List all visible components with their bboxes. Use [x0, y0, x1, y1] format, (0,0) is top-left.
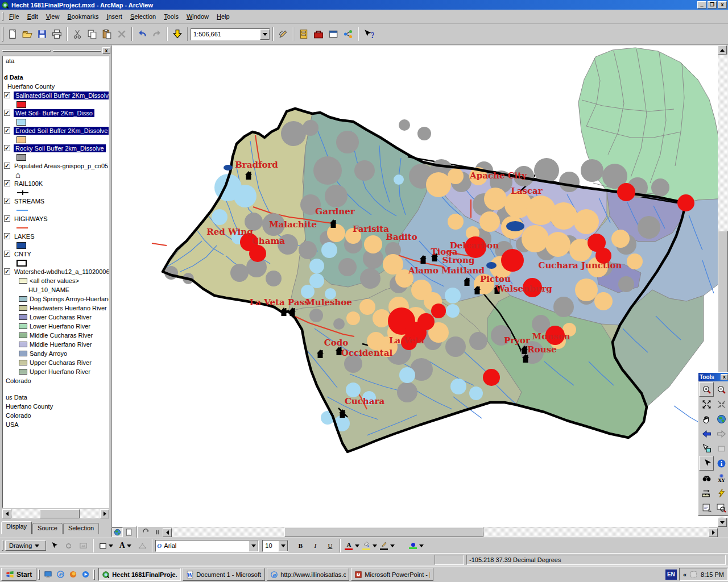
font-size-dropdown-icon[interactable]	[278, 541, 288, 551]
toc-text-row[interactable]	[3, 206, 109, 214]
toc-text-row[interactable]	[3, 259, 109, 267]
toc-text-row[interactable]	[3, 100, 109, 109]
toc-text-row[interactable]: ⌂	[3, 171, 109, 179]
open-button[interactable]	[20, 27, 35, 41]
identify-tool[interactable]: i	[714, 456, 728, 471]
layer-checkbox[interactable]: ✓	[4, 215, 10, 222]
menu-view[interactable]: View	[42, 11, 64, 22]
scroll-left-icon[interactable]	[163, 528, 172, 537]
layer-checkbox[interactable]: ✓	[4, 127, 10, 134]
task-button[interactable]: ehttp://www.illinoisatlas.co...	[267, 568, 349, 581]
toc-legend-row[interactable]: Sandy Arroyo	[3, 349, 109, 358]
map-scale-select[interactable]: 1:506,661	[191, 28, 270, 40]
go-back-tool[interactable]	[699, 426, 714, 441]
arccatalog-button[interactable]	[296, 27, 311, 41]
toc-close-icon[interactable]: x	[102, 47, 110, 54]
layer-checkbox[interactable]: ✓	[4, 198, 10, 204]
zoom-in-tool[interactable]	[699, 382, 714, 397]
zoom-out-tool[interactable]	[714, 382, 728, 397]
toc-legend-row[interactable]: Middle Huerfano River	[3, 340, 109, 349]
fill-color-button[interactable]	[361, 539, 378, 552]
map-canvas[interactable]: BradfordGardnerMalachiteFarisitaBaditoRe…	[111, 45, 718, 527]
edit-vertices-tool[interactable]	[135, 538, 150, 553]
zoom-to-selected-tool[interactable]	[76, 538, 90, 553]
measure-tool[interactable]	[699, 485, 714, 500]
font-color-button[interactable]: A	[343, 539, 361, 552]
toc-text-row[interactable]	[3, 188, 109, 197]
new-button[interactable]	[5, 27, 20, 41]
minimize-button[interactable]: _	[697, 1, 706, 9]
line-color-button[interactable]	[378, 539, 396, 552]
toc-layer-row[interactable]: ✓Wet Soil- Buffer 2Km_Disso	[3, 109, 109, 118]
quicklaunch-ie-icon[interactable]: e	[54, 568, 67, 581]
toc-legend-row[interactable]: Upper Cucharas River	[3, 358, 109, 367]
undo-button[interactable]	[135, 27, 150, 41]
rotate-tool[interactable]	[61, 538, 76, 553]
scroll-up-icon[interactable]	[718, 45, 727, 55]
layer-checkbox[interactable]: ✓	[4, 92, 10, 98]
tab-source[interactable]: Source	[32, 523, 63, 534]
editor-button[interactable]	[276, 27, 291, 41]
language-indicator[interactable]: EN	[665, 569, 677, 580]
toc-legend-row[interactable]: Lower Huerfano River	[3, 322, 109, 331]
toc-horizontal-scrollbar[interactable]	[2, 509, 109, 518]
font-dropdown-icon[interactable]	[249, 541, 258, 551]
new-rectangle-tool[interactable]	[96, 538, 115, 553]
scroll-right-icon[interactable]	[100, 509, 109, 518]
toc-layer-row[interactable]: ✓RAIL100K	[3, 179, 109, 188]
delete-button[interactable]	[114, 27, 129, 41]
toc-text-row[interactable]	[3, 135, 109, 144]
refresh-view-button[interactable]	[140, 527, 151, 537]
toc-layer-row[interactable]: ✓STREAMS	[3, 197, 109, 206]
select-elements-tool[interactable]	[699, 456, 714, 471]
toc-text-row[interactable]	[3, 223, 109, 232]
quicklaunch-media-player-icon[interactable]	[79, 568, 92, 581]
task-button[interactable]: Microsoft PowerPoint - [Fi...	[351, 568, 433, 581]
close-button[interactable]: x	[718, 1, 727, 9]
tray-collapse-icon[interactable]: «	[683, 571, 686, 578]
toc-layer-row[interactable]: ✓SalinatedSoil Buffer 2Km_Dissolve	[3, 91, 109, 100]
menu-selection[interactable]: Selection	[126, 11, 160, 22]
task-button[interactable]: Hecht 1681FinalProje...	[98, 568, 181, 581]
font-size-select[interactable]: 10	[262, 540, 288, 552]
new-text-tool[interactable]: A	[115, 538, 135, 553]
toc-layer-row[interactable]: ✓Populated Areas-gnispop_p_co05	[3, 161, 109, 171]
menu-help[interactable]: Help	[213, 11, 234, 22]
save-button[interactable]	[35, 27, 49, 41]
paste-button[interactable]	[100, 27, 114, 41]
task-button[interactable]: WDocument 1 - Microsoft W...	[183, 568, 265, 581]
toc-legend-row[interactable]: Middle Cucharas River	[3, 331, 109, 340]
underline-button[interactable]: U	[322, 538, 337, 553]
toc-legend-row[interactable]: Lower Cucharas River	[3, 313, 109, 322]
toc-grip[interactable]: x	[1, 47, 110, 55]
toc-text-row[interactable]	[3, 241, 109, 250]
toc-layer-row[interactable]: ✓CNTY	[3, 250, 109, 259]
bold-button[interactable]: B	[293, 538, 308, 553]
menu-window[interactable]: Window	[183, 11, 213, 22]
pause-drawing-button[interactable]	[151, 527, 163, 537]
layer-checkbox[interactable]: ✓	[4, 163, 10, 169]
tools-close-icon[interactable]: x	[721, 374, 728, 380]
add-data-button[interactable]	[170, 27, 185, 41]
pan-tool[interactable]	[699, 411, 714, 426]
arctoolbox-button[interactable]	[311, 27, 326, 41]
tab-display[interactable]: Display	[1, 521, 32, 534]
tools-palette-titlebar[interactable]: Tools x	[698, 373, 728, 381]
scroll-right-icon[interactable]	[709, 528, 718, 537]
fixed-zoom-in-tool[interactable]	[699, 397, 714, 411]
layer-checkbox[interactable]: ✓	[4, 110, 10, 116]
menu-tools[interactable]: Tools	[160, 11, 183, 22]
layer-checkbox[interactable]: ✓	[4, 268, 10, 275]
tray-app-icon[interactable]	[690, 571, 697, 578]
layer-checkbox[interactable]: ✓	[4, 251, 10, 257]
toc-layer-row[interactable]: ✓Rocky Soil Buffer 2km_Dissolve	[3, 144, 109, 153]
copy-button[interactable]	[85, 27, 100, 41]
find-tool[interactable]	[699, 471, 714, 485]
modelbuilder-button[interactable]	[341, 27, 355, 41]
redo-button[interactable]	[150, 27, 164, 41]
menu-edit[interactable]: Edit	[23, 11, 42, 22]
go-to-xy-tool[interactable]: XY	[714, 471, 728, 485]
quicklaunch-firefox-icon[interactable]	[67, 568, 79, 581]
scroll-left-icon[interactable]	[2, 509, 11, 518]
toc-layer-row[interactable]: ✓Watershed-wbdhu12_a_11020006	[3, 267, 109, 276]
